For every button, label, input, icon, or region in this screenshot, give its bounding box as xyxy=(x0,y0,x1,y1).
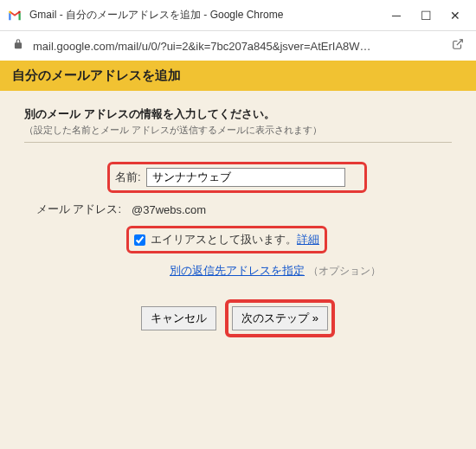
cancel-button[interactable]: キャンセル xyxy=(141,306,216,330)
name-label: 名前: xyxy=(115,170,146,185)
name-row: 名前: xyxy=(24,162,452,193)
email-row: メール アドレス: @37webs.com xyxy=(24,202,452,217)
open-external-icon[interactable] xyxy=(452,38,464,54)
gmail-icon xyxy=(7,8,23,23)
alias-checkbox[interactable] xyxy=(134,234,145,246)
alias-row: エイリアスとして扱います。 詳細 xyxy=(126,226,452,253)
name-highlight: 名前: xyxy=(107,162,367,193)
instruction-text: 別のメール アドレスの情報を入力してください。 xyxy=(24,106,452,122)
reply-address-link[interactable]: 別の返信先アドレスを指定 xyxy=(170,264,305,277)
close-button[interactable]: ✕ xyxy=(448,9,462,22)
reply-note: （オプション） xyxy=(308,265,381,277)
minimize-button[interactable]: ─ xyxy=(389,9,403,22)
svg-line-0 xyxy=(457,40,462,45)
page-header: 自分のメールアドレスを追加 xyxy=(0,61,476,91)
maximize-button[interactable]: ☐ xyxy=(419,9,433,22)
alias-details-link[interactable]: 詳細 xyxy=(297,232,319,247)
button-row: キャンセル 次のステップ » xyxy=(24,299,452,337)
window-title: Gmail - 自分のメールアドレスを追加 - Google Chrome xyxy=(29,8,389,22)
alias-label: エイリアスとして扱います。 xyxy=(151,232,297,247)
window-titlebar: Gmail - 自分のメールアドレスを追加 - Google Chrome ─ … xyxy=(0,0,476,31)
name-input[interactable] xyxy=(146,168,345,187)
next-highlight: 次のステップ » xyxy=(225,299,335,337)
url-text[interactable]: mail.google.com/mail/u/0/?ui=2&ik=7bc207… xyxy=(33,40,443,53)
lock-icon xyxy=(12,38,24,54)
subnote-text: （設定した名前とメール アドレスが送信するメールに表示されます） xyxy=(24,124,452,137)
divider xyxy=(24,142,452,143)
email-value: @37webs.com xyxy=(126,203,206,216)
next-step-button[interactable]: 次のステップ » xyxy=(232,306,328,330)
address-bar: mail.google.com/mail/u/0/?ui=2&ik=7bc207… xyxy=(0,31,476,61)
window-controls: ─ ☐ ✕ xyxy=(389,9,469,22)
reply-row: 別の返信先アドレスを指定 （オプション） xyxy=(126,262,452,279)
alias-highlight: エイリアスとして扱います。 詳細 xyxy=(126,226,327,253)
email-label: メール アドレス: xyxy=(24,202,126,217)
content-area: 別のメール アドレスの情報を入力してください。 （設定した名前とメール アドレス… xyxy=(0,91,476,353)
